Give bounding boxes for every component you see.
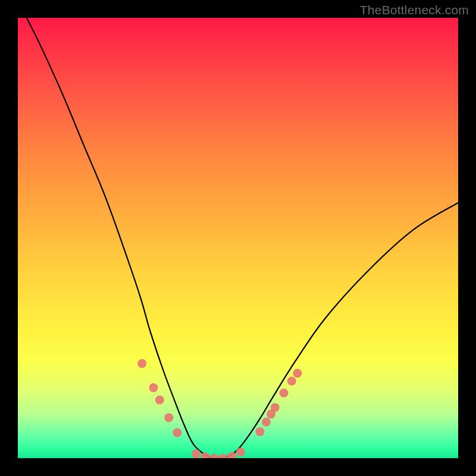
chart-frame: TheBottleneck.com — [0, 0, 476, 476]
data-point — [155, 396, 164, 405]
marker-layer — [137, 359, 302, 458]
data-point — [173, 428, 181, 437]
data-point — [279, 389, 288, 397]
data-point — [149, 383, 158, 392]
plot-area — [18, 18, 458, 458]
data-point — [218, 454, 227, 459]
chart-svg — [18, 18, 458, 458]
data-point — [262, 418, 271, 427]
data-point — [164, 413, 173, 422]
data-point — [271, 403, 280, 412]
curve-layer — [27, 18, 458, 458]
data-point — [210, 454, 219, 459]
data-point — [256, 427, 265, 436]
bottleneck-curve — [27, 18, 458, 458]
data-point — [293, 369, 302, 378]
data-point — [192, 449, 201, 458]
data-point — [287, 377, 296, 386]
watermark-text: TheBottleneck.com — [360, 3, 469, 17]
data-point — [137, 359, 146, 368]
data-point — [236, 447, 245, 456]
